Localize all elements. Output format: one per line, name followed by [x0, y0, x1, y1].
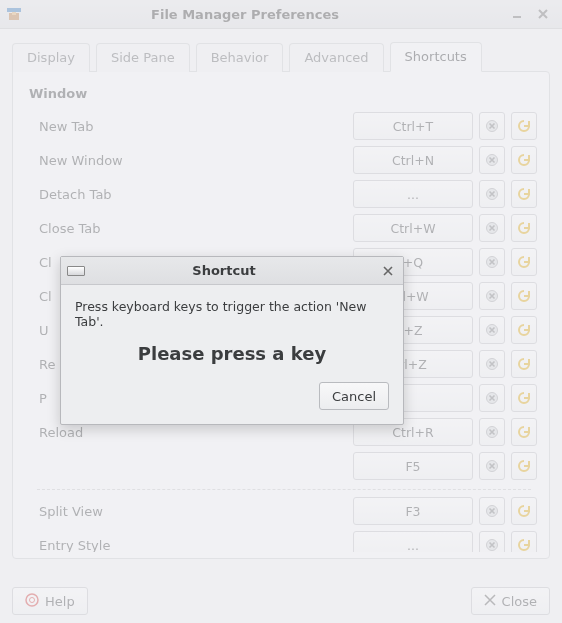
dialog-titlebar: Shortcut	[61, 257, 403, 285]
cancel-label: Cancel	[332, 389, 376, 404]
dialog-message: Press keyboard keys to trigger the actio…	[75, 299, 389, 329]
dialog-prompt: Please press a key	[75, 343, 389, 364]
cancel-button[interactable]: Cancel	[319, 382, 389, 410]
dialog-close-button[interactable]	[379, 262, 397, 280]
dialog-body: Press keyboard keys to trigger the actio…	[61, 285, 403, 424]
shortcut-dialog: Shortcut Press keyboard keys to trigger …	[60, 256, 404, 425]
dialog-title: Shortcut	[69, 263, 379, 278]
